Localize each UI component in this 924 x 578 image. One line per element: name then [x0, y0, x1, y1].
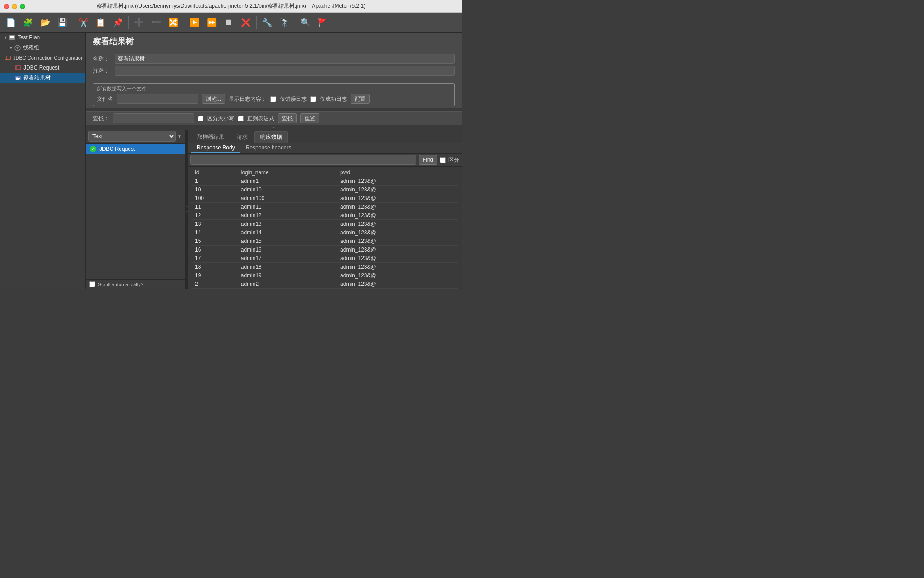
- remote-stop-button[interactable]: 🔭: [276, 14, 292, 31]
- success-only-checkbox[interactable]: [310, 96, 316, 102]
- minimize-button[interactable]: [12, 4, 17, 9]
- subtab-response-body[interactable]: Response Body: [191, 143, 240, 153]
- sidebar-item-jdbc-request[interactable]: JDBC Request: [0, 63, 85, 73]
- response-case-label: 区分: [448, 156, 459, 164]
- table-row: 2admin2admin_123&@: [191, 280, 458, 289]
- open-button[interactable]: 📂: [37, 14, 53, 31]
- jdbc-config-icon: [4, 54, 11, 61]
- table-cell-12-2: admin_123&@: [337, 280, 458, 289]
- table-row: 10admin10admin_123&@: [191, 186, 458, 194]
- tree-arrow-test-plan: ▼: [4, 35, 8, 40]
- table-cell-4-1: admin12: [237, 211, 337, 220]
- file-section-title: 所有数据写入一个文件: [97, 85, 451, 92]
- table-header-row: id login_name pwd: [191, 168, 458, 177]
- table-row: 100admin100admin_123&@: [191, 194, 458, 203]
- table-row: 18admin18admin_123&@: [191, 263, 458, 271]
- svg-rect-6: [15, 66, 21, 70]
- list-footer: Scroll automatically?: [86, 279, 185, 289]
- toggle-button[interactable]: 🔀: [165, 14, 181, 31]
- resize-handle-1[interactable]: ⋯: [86, 108, 462, 112]
- tab-request[interactable]: 请求: [231, 131, 254, 143]
- table-row: 16admin16admin_123&@: [191, 246, 458, 254]
- reset-button[interactable]: 重置: [300, 113, 319, 123]
- comment-label: 注释：: [93, 67, 111, 75]
- table-cell-8-1: admin16: [237, 246, 337, 254]
- clear-button[interactable]: 🚩: [314, 14, 331, 31]
- browse-button[interactable]: 浏览...: [202, 94, 225, 104]
- test-plan-icon: [9, 34, 16, 41]
- cut-button[interactable]: ✂️: [75, 14, 92, 31]
- scroll-auto-label: Scroll automatically?: [98, 282, 143, 287]
- file-label: 文件名: [97, 95, 113, 103]
- shutdown-button[interactable]: ❌: [238, 14, 254, 31]
- svg-rect-9: [16, 77, 18, 78]
- table-cell-8-2: admin_123&@: [337, 246, 458, 254]
- page-title: 察看结果树: [86, 33, 462, 51]
- table-cell-4-0: 12: [191, 211, 237, 220]
- sidebar-label-test-plan: Test Plan: [18, 34, 40, 41]
- new-button[interactable]: 📄: [3, 14, 19, 31]
- config-button[interactable]: 配置: [351, 94, 370, 104]
- copy-button[interactable]: 📋: [92, 14, 109, 31]
- close-button[interactable]: [4, 4, 9, 9]
- table-body: 1admin1admin_123&@10admin10admin_123&@10…: [191, 177, 458, 289]
- table-cell-7-1: admin15: [237, 237, 337, 246]
- stop-button[interactable]: ⏹: [221, 14, 237, 31]
- title-bar: 察看结果树.jmx (/Users/bennyrhys/Downloads/ap…: [0, 0, 462, 13]
- toolbar: 📄 🧩 📂 💾 ✂️ 📋 📌 ➕ ➖ 🔀 ▶️ ⏩ ⏹ ❌ 🔧 🔭 🔍 🚩: [0, 13, 462, 33]
- lower-panel: Text HTML JSON XML Regexp Tester ▼: [86, 129, 462, 289]
- table-cell-3-0: 11: [191, 203, 237, 211]
- search-input[interactable]: [113, 113, 194, 123]
- search-bar: 查找： 区分大小写 正则表达式 查找 重置: [86, 112, 462, 126]
- thread-group-icon: [14, 44, 21, 51]
- sidebar-label-result-tree: 察看结果树: [23, 74, 51, 82]
- sidebar-item-thread-group[interactable]: ▼ 线程组: [0, 42, 85, 53]
- table-cell-5-0: 13: [191, 220, 237, 228]
- format-dropdown[interactable]: Text HTML JSON XML Regexp Tester: [88, 131, 176, 142]
- comment-input[interactable]: [115, 66, 455, 76]
- response-body-area: Find 区分 id login_name pwd: [188, 154, 462, 289]
- maximize-button[interactable]: [20, 4, 25, 9]
- response-search-input[interactable]: [190, 155, 416, 165]
- table-cell-13-1: admin20: [237, 289, 337, 289]
- table-cell-0-2: admin_123&@: [337, 177, 458, 186]
- remote-start-button[interactable]: 🔧: [259, 14, 275, 31]
- sidebar-item-result-tree[interactable]: 察看结果树: [0, 73, 85, 83]
- col-id: id: [191, 168, 237, 177]
- response-find-button[interactable]: Find: [419, 155, 437, 165]
- response-search-bar: Find 区分: [188, 154, 462, 167]
- table-cell-1-0: 10: [191, 186, 237, 194]
- expand-button[interactable]: ➕: [131, 14, 147, 31]
- paste-button[interactable]: 📌: [110, 14, 126, 31]
- sidebar-item-jdbc-config[interactable]: JDBC Connection Configuration: [0, 53, 85, 63]
- success-status-icon: [89, 145, 97, 153]
- col-login-name: login_name: [237, 168, 337, 177]
- tab-response-data[interactable]: 响应数据: [254, 131, 288, 143]
- result-table: id login_name pwd 1admin1admin_123&@10ad…: [191, 168, 458, 289]
- table-cell-0-1: admin1: [237, 177, 337, 186]
- table-cell-2-0: 100: [191, 194, 237, 203]
- sidebar-label-jdbc-request: JDBC Request: [23, 65, 59, 71]
- collapse-button[interactable]: ➖: [148, 14, 164, 31]
- start-nopause-button[interactable]: ⏩: [203, 14, 220, 31]
- search-button[interactable]: 🔍: [297, 14, 314, 31]
- find-button[interactable]: 查找: [278, 113, 297, 123]
- response-case-checkbox[interactable]: [440, 157, 446, 163]
- table-row: 19admin19admin_123&@: [191, 271, 458, 280]
- case-sensitive-checkbox[interactable]: [198, 116, 203, 121]
- save-button[interactable]: 💾: [54, 14, 70, 31]
- jdbc-request-list-item[interactable]: JDBC Request: [86, 144, 185, 154]
- scroll-auto-checkbox[interactable]: [89, 281, 95, 287]
- templates-button[interactable]: 🧩: [20, 14, 36, 31]
- subtab-response-headers[interactable]: Response headers: [240, 143, 297, 153]
- regex-checkbox[interactable]: [238, 116, 244, 121]
- file-input[interactable]: [117, 94, 198, 104]
- resize-handle-2[interactable]: ⋯: [86, 126, 462, 129]
- error-only-checkbox[interactable]: [270, 96, 276, 102]
- table-cell-10-0: 18: [191, 263, 237, 271]
- start-button[interactable]: ▶️: [186, 14, 203, 31]
- separator-2: [128, 16, 129, 29]
- tab-sampler-result[interactable]: 取样器结果: [191, 131, 230, 143]
- sidebar-item-test-plan[interactable]: ▼ Test Plan: [0, 33, 85, 42]
- name-input[interactable]: [115, 54, 455, 64]
